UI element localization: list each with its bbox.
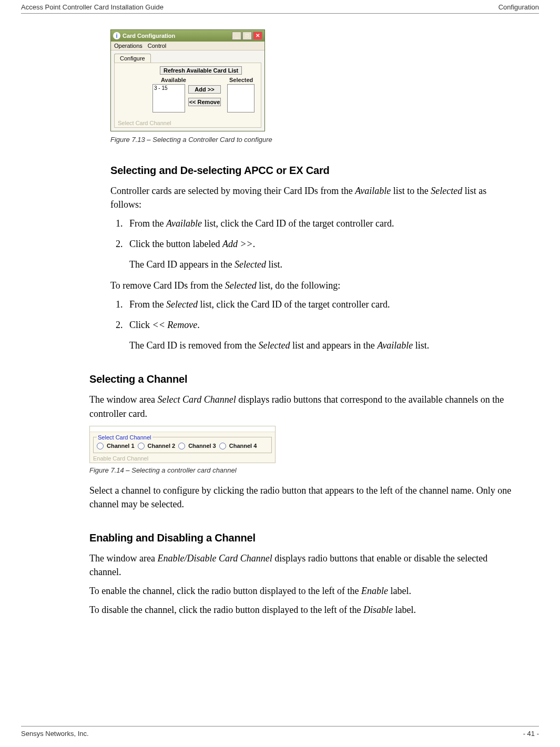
figure-7-13: i Card Configuration _ □ ✕ Operations Co…: [110, 29, 539, 131]
window-menubar: Operations Control: [111, 42, 264, 50]
menu-control[interactable]: Control: [148, 43, 166, 49]
footer-right: - 41 -: [523, 730, 539, 738]
available-label: Available: [161, 77, 186, 83]
select-card-channel-fieldset: Select Card Channel Channel 1 Channel 2 …: [93, 434, 272, 453]
channel-2-label: Channel 2: [148, 443, 176, 449]
figure-7-14: Select Card Channel Channel 1 Channel 2 …: [89, 426, 539, 463]
sec1-p1: Controller cards are selected by moving …: [110, 184, 518, 211]
channel-4-label: Channel 4: [229, 443, 257, 449]
channel-1-radio[interactable]: [97, 443, 104, 449]
channel-2-radio[interactable]: [138, 443, 145, 449]
heading-selecting-channel: Selecting a Channel: [89, 373, 539, 385]
card-configuration-window: i Card Configuration _ □ ✕ Operations Co…: [110, 29, 265, 131]
sec2-p2: Select a channel to configure by clickin…: [89, 484, 518, 511]
remove-step-1: From the Selected list, click the Card I…: [125, 298, 518, 312]
channel-1-label: Channel 1: [107, 443, 135, 449]
select-card-channel-panel: Select Card Channel Channel 1 Channel 2 …: [89, 426, 276, 463]
remove-steps-list: From the Selected list, click the Card I…: [110, 298, 518, 332]
channel-3-label: Channel 3: [188, 443, 216, 449]
sec3-p2: To enable the channel, click the radio b…: [89, 584, 518, 598]
select-card-channel-legend: Select Card Channel: [97, 434, 152, 441]
minimize-button[interactable]: _: [232, 32, 241, 40]
select-step-2: Click the button labeled Add >>.: [125, 237, 518, 251]
page-footer: Sensys Networks, Inc. - 41 -: [21, 726, 539, 738]
menu-operations[interactable]: Operations: [114, 43, 142, 49]
header-right: Configuration: [498, 3, 539, 11]
select-card-channel-hint: Select Card Channel: [118, 120, 171, 126]
page-header: Access Point Controller Card Installatio…: [21, 0, 539, 14]
sec1-p2: To remove Card IDs from the Selected lis…: [110, 279, 518, 292]
header-left: Access Point Controller Card Installatio…: [21, 3, 164, 11]
sec3-p3: To disable the channel, click the radio …: [89, 603, 518, 617]
available-list-item[interactable]: 3 - 15: [154, 85, 184, 91]
refresh-available-card-list-button[interactable]: Refresh Available Card List: [160, 66, 242, 75]
select-step-2-note: The Card ID appears in the Selected list…: [129, 258, 518, 271]
window-titlebar: i Card Configuration _ □ ✕: [111, 30, 264, 42]
remove-step-2-note: The Card ID is removed from the Selected…: [129, 339, 518, 352]
selected-listbox[interactable]: [227, 84, 254, 112]
enable-card-channel-hint: Enable Card Channel: [93, 455, 272, 462]
info-icon: i: [113, 32, 120, 39]
configure-panel: Refresh Available Card List Available Se…: [114, 63, 261, 128]
maximize-button[interactable]: □: [242, 32, 252, 40]
panel-top-strip: [90, 426, 275, 432]
sec2-p1: The window area Select Card Channel disp…: [89, 393, 518, 420]
add-button[interactable]: Add >>: [188, 85, 221, 94]
close-button[interactable]: ✕: [253, 32, 262, 40]
figure-7-13-caption: Figure 7.13 – Selecting a Controller Car…: [110, 136, 539, 144]
tab-configure[interactable]: Configure: [114, 54, 151, 63]
footer-left: Sensys Networks, Inc.: [21, 730, 89, 738]
select-steps-list: From the Available list, click the Card …: [110, 217, 518, 251]
remove-button[interactable]: << Remove: [188, 98, 221, 106]
selected-label: Selected: [229, 77, 253, 83]
sec3-p1: The window area Enable/Disable Card Chan…: [89, 551, 518, 579]
remove-step-2: Click << Remove.: [125, 318, 518, 332]
channel-3-radio[interactable]: [178, 443, 185, 449]
window-title: Card Configuration: [123, 33, 175, 39]
channel-4-radio[interactable]: [219, 443, 226, 449]
select-step-1: From the Available list, click the Card …: [125, 217, 518, 231]
available-listbox[interactable]: 3 - 15: [152, 84, 185, 112]
heading-select-deselect-apcc: Selecting and De-selecting APCC or EX Ca…: [110, 165, 539, 177]
figure-7-14-caption: Figure 7.14 – Selecting a controller car…: [89, 466, 539, 474]
heading-enable-disable-channel: Enabling and Disabling a Channel: [89, 532, 539, 544]
